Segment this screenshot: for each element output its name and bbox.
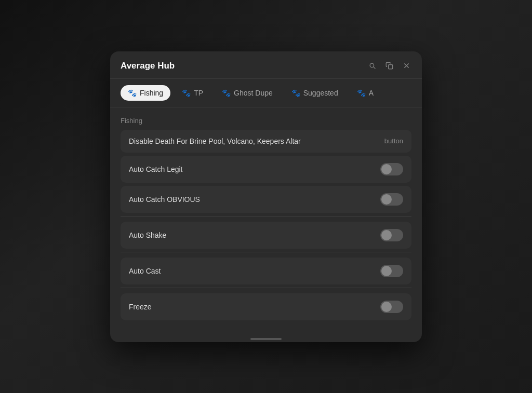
toggle-freeze[interactable] xyxy=(380,301,403,313)
svg-rect-0 xyxy=(389,65,393,69)
tab-suggested-icon: 🐾 xyxy=(291,89,300,97)
setting-label-freeze: Freeze xyxy=(129,303,152,311)
close-icon xyxy=(403,62,410,70)
setting-button-disable-death[interactable]: button xyxy=(384,137,403,145)
tab-a[interactable]: 🐾 A xyxy=(350,85,381,101)
setting-label-auto-catch-obvious: Auto Catch OBVIOUS xyxy=(129,195,200,204)
tab-ghost-dupe-label: Ghost Dupe xyxy=(234,89,273,97)
copy-icon xyxy=(385,62,393,70)
setting-label-auto-cast: Auto Cast xyxy=(129,267,161,275)
tab-a-icon: 🐾 xyxy=(357,89,366,97)
divider-2 xyxy=(121,252,411,252)
setting-label-disable-death: Disable Death For Brine Pool, Volcano, K… xyxy=(129,137,301,145)
search-icon xyxy=(368,62,376,70)
setting-row-auto-catch-obvious: Auto Catch OBVIOUS xyxy=(121,186,411,213)
divider-1 xyxy=(121,216,411,216)
toggle-auto-catch-legit[interactable] xyxy=(380,163,403,175)
toggle-auto-cast[interactable] xyxy=(380,265,403,277)
modal-body: Fishing Disable Death For Brine Pool, Vo… xyxy=(110,107,422,334)
modal-window: Average Hub 🐾 Fishing xyxy=(110,51,422,342)
setting-row-auto-catch-legit: Auto Catch Legit xyxy=(121,156,411,183)
modal-controls xyxy=(367,61,411,71)
scrollbar-thumb[interactable] xyxy=(250,338,282,340)
setting-row-auto-cast: Auto Cast xyxy=(121,258,411,284)
toggle-auto-catch-obvious[interactable] xyxy=(380,193,403,206)
tab-suggested[interactable]: 🐾 Suggested xyxy=(284,85,345,101)
tab-fishing[interactable]: 🐾 Fishing xyxy=(121,85,170,101)
tab-tp[interactable]: 🐾 TP xyxy=(175,85,210,101)
tab-ghost-dupe-icon: 🐾 xyxy=(222,89,231,97)
tab-fishing-icon: 🐾 xyxy=(128,89,137,97)
close-button[interactable] xyxy=(402,61,411,71)
tab-fishing-label: Fishing xyxy=(140,89,163,97)
setting-label-auto-shake: Auto Shake xyxy=(129,231,166,239)
section-label: Fishing xyxy=(121,117,411,125)
scrollbar-indicator xyxy=(110,334,422,342)
setting-row-freeze: Freeze xyxy=(121,293,411,320)
toggle-auto-shake[interactable] xyxy=(380,229,403,241)
modal-title: Average Hub xyxy=(121,61,175,71)
setting-row-disable-death: Disable Death For Brine Pool, Volcano, K… xyxy=(121,130,411,153)
tab-a-label: A xyxy=(369,89,374,97)
search-button[interactable] xyxy=(367,61,377,71)
copy-button[interactable] xyxy=(384,61,394,71)
divider-3 xyxy=(121,288,411,288)
setting-row-auto-shake: Auto Shake xyxy=(121,222,411,249)
tabs-bar: 🐾 Fishing 🐾 TP 🐾 Ghost Dupe 🐾 Suggested … xyxy=(110,79,422,107)
setting-label-auto-catch-legit: Auto Catch Legit xyxy=(129,165,183,173)
tab-tp-icon: 🐾 xyxy=(182,89,191,97)
modal-header: Average Hub xyxy=(110,51,422,79)
tab-tp-label: TP xyxy=(194,89,203,97)
tab-ghost-dupe[interactable]: 🐾 Ghost Dupe xyxy=(215,85,280,101)
tab-suggested-label: Suggested xyxy=(303,89,338,97)
